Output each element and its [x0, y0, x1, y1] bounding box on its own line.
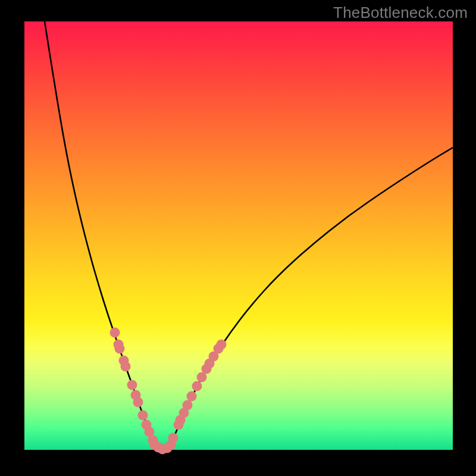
- data-point: [138, 411, 148, 421]
- chart-frame: TheBottleneck.com: [0, 0, 476, 476]
- plot-area: [24, 21, 453, 450]
- data-point: [127, 380, 137, 390]
- data-point: [121, 362, 131, 372]
- data-markers: [110, 328, 227, 455]
- data-point: [187, 392, 197, 402]
- curves-svg: [24, 21, 453, 450]
- watermark-text: TheBottleneck.com: [333, 4, 468, 22]
- data-point: [168, 433, 178, 443]
- data-point: [133, 397, 143, 408]
- right-curve: [171, 148, 453, 444]
- data-point: [217, 340, 227, 350]
- data-point: [192, 381, 202, 392]
- data-point: [183, 400, 193, 411]
- data-point: [110, 328, 120, 338]
- data-point: [114, 340, 124, 350]
- left-curve: [45, 21, 154, 444]
